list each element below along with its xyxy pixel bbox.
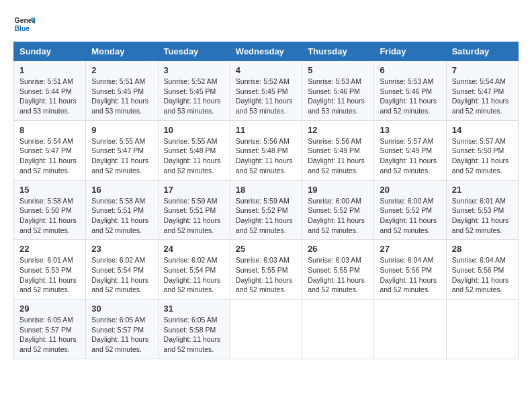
day-number: 24 xyxy=(164,244,224,254)
day-number: 10 xyxy=(164,125,224,135)
day-info: Sunrise: 5:58 AMSunset: 5:51 PMDaylight:… xyxy=(91,196,152,236)
calendar-cell: 17 Sunrise: 5:59 AMSunset: 5:51 PMDaylig… xyxy=(158,180,230,240)
day-info: Sunrise: 6:00 AMSunset: 5:52 PMDaylight:… xyxy=(380,196,440,236)
day-number: 9 xyxy=(91,125,152,135)
calendar-cell: 21 Sunrise: 6:01 AMSunset: 5:53 PMDaylig… xyxy=(446,180,518,240)
calendar-week-row: 22 Sunrise: 6:01 AMSunset: 5:53 PMDaylig… xyxy=(14,240,519,300)
calendar-cell: 13 Sunrise: 5:57 AMSunset: 5:49 PMDaylig… xyxy=(374,120,446,180)
logo: General Blue xyxy=(13,13,35,35)
calendar-header-row: SundayMondayTuesdayWednesdayThursdayFrid… xyxy=(14,42,519,61)
day-info: Sunrise: 5:53 AMSunset: 5:46 PMDaylight:… xyxy=(308,77,368,116)
day-number: 25 xyxy=(236,244,296,254)
calendar-cell: 24 Sunrise: 6:02 AMSunset: 5:54 PMDaylig… xyxy=(158,240,230,300)
calendar-cell: 12 Sunrise: 5:56 AMSunset: 5:49 PMDaylig… xyxy=(302,120,374,180)
calendar-cell: 31 Sunrise: 6:05 AMSunset: 5:58 PMDaylig… xyxy=(158,300,230,359)
day-number: 16 xyxy=(91,185,152,195)
day-number: 13 xyxy=(380,125,440,135)
calendar-cell: 4 Sunrise: 5:52 AMSunset: 5:45 PMDayligh… xyxy=(230,61,302,121)
calendar-cell: 5 Sunrise: 5:53 AMSunset: 5:46 PMDayligh… xyxy=(302,61,374,121)
day-info: Sunrise: 5:55 AMSunset: 5:47 PMDaylight:… xyxy=(91,136,152,176)
day-info: Sunrise: 6:00 AMSunset: 5:52 PMDaylight:… xyxy=(308,196,368,236)
calendar-cell xyxy=(446,300,518,359)
day-info: Sunrise: 6:05 AMSunset: 5:57 PMDaylight:… xyxy=(19,315,80,355)
header-sunday: Sunday xyxy=(14,42,86,61)
calendar-cell: 2 Sunrise: 5:51 AMSunset: 5:45 PMDayligh… xyxy=(86,61,158,121)
day-number: 14 xyxy=(452,125,513,135)
calendar-week-row: 1 Sunrise: 5:51 AMSunset: 5:44 PMDayligh… xyxy=(14,61,519,121)
day-info: Sunrise: 6:05 AMSunset: 5:57 PMDaylight:… xyxy=(91,315,152,355)
day-info: Sunrise: 5:51 AMSunset: 5:44 PMDaylight:… xyxy=(19,77,80,116)
day-info: Sunrise: 5:54 AMSunset: 5:47 PMDaylight:… xyxy=(19,136,80,176)
day-number: 6 xyxy=(380,65,440,75)
calendar-cell xyxy=(230,300,302,359)
day-number: 11 xyxy=(236,125,296,135)
day-number: 23 xyxy=(91,244,152,254)
day-number: 27 xyxy=(380,244,440,254)
calendar-cell: 16 Sunrise: 5:58 AMSunset: 5:51 PMDaylig… xyxy=(86,180,158,240)
calendar-cell: 7 Sunrise: 5:54 AMSunset: 5:47 PMDayligh… xyxy=(446,61,518,121)
day-info: Sunrise: 6:04 AMSunset: 5:56 PMDaylight:… xyxy=(380,255,440,295)
calendar-week-row: 29 Sunrise: 6:05 AMSunset: 5:57 PMDaylig… xyxy=(14,300,519,359)
day-number: 18 xyxy=(236,185,296,195)
day-number: 20 xyxy=(380,185,440,195)
day-info: Sunrise: 5:58 AMSunset: 5:50 PMDaylight:… xyxy=(19,196,80,236)
calendar-cell: 15 Sunrise: 5:58 AMSunset: 5:50 PMDaylig… xyxy=(14,180,86,240)
day-number: 7 xyxy=(452,65,513,75)
calendar-cell xyxy=(374,300,446,359)
day-number: 26 xyxy=(308,244,368,254)
day-number: 15 xyxy=(19,185,80,195)
day-number: 3 xyxy=(164,65,224,75)
calendar-cell: 18 Sunrise: 5:59 AMSunset: 5:52 PMDaylig… xyxy=(230,180,302,240)
day-info: Sunrise: 5:57 AMSunset: 5:50 PMDaylight:… xyxy=(452,136,513,176)
day-info: Sunrise: 5:59 AMSunset: 5:51 PMDaylight:… xyxy=(164,196,224,236)
day-number: 4 xyxy=(236,65,296,75)
calendar-cell: 23 Sunrise: 6:02 AMSunset: 5:54 PMDaylig… xyxy=(86,240,158,300)
day-info: Sunrise: 6:03 AMSunset: 5:55 PMDaylight:… xyxy=(236,255,296,295)
day-info: Sunrise: 6:01 AMSunset: 5:53 PMDaylight:… xyxy=(452,196,513,236)
calendar-cell: 27 Sunrise: 6:04 AMSunset: 5:56 PMDaylig… xyxy=(374,240,446,300)
calendar-cell: 26 Sunrise: 6:03 AMSunset: 5:55 PMDaylig… xyxy=(302,240,374,300)
day-info: Sunrise: 5:56 AMSunset: 5:49 PMDaylight:… xyxy=(308,136,368,176)
calendar-table: SundayMondayTuesdayWednesdayThursdayFrid… xyxy=(13,42,519,359)
header: General Blue xyxy=(13,13,519,35)
svg-text:Blue: Blue xyxy=(15,25,30,32)
calendar-cell: 14 Sunrise: 5:57 AMSunset: 5:50 PMDaylig… xyxy=(446,120,518,180)
calendar-cell: 3 Sunrise: 5:52 AMSunset: 5:45 PMDayligh… xyxy=(158,61,230,121)
calendar-cell: 19 Sunrise: 6:00 AMSunset: 5:52 PMDaylig… xyxy=(302,180,374,240)
calendar-cell: 11 Sunrise: 5:56 AMSunset: 5:48 PMDaylig… xyxy=(230,120,302,180)
calendar-cell: 22 Sunrise: 6:01 AMSunset: 5:53 PMDaylig… xyxy=(14,240,86,300)
day-number: 8 xyxy=(19,125,80,135)
day-info: Sunrise: 6:02 AMSunset: 5:54 PMDaylight:… xyxy=(164,255,224,295)
calendar-cell: 28 Sunrise: 6:04 AMSunset: 5:56 PMDaylig… xyxy=(446,240,518,300)
header-thursday: Thursday xyxy=(302,42,374,61)
calendar-cell: 6 Sunrise: 5:53 AMSunset: 5:46 PMDayligh… xyxy=(374,61,446,121)
day-number: 17 xyxy=(164,185,224,195)
calendar-cell: 25 Sunrise: 6:03 AMSunset: 5:55 PMDaylig… xyxy=(230,240,302,300)
day-info: Sunrise: 5:59 AMSunset: 5:52 PMDaylight:… xyxy=(236,196,296,236)
day-info: Sunrise: 6:01 AMSunset: 5:53 PMDaylight:… xyxy=(19,255,80,295)
day-number: 22 xyxy=(19,244,80,254)
day-info: Sunrise: 5:53 AMSunset: 5:46 PMDaylight:… xyxy=(380,77,440,116)
day-info: Sunrise: 5:54 AMSunset: 5:47 PMDaylight:… xyxy=(452,77,513,116)
header-wednesday: Wednesday xyxy=(230,42,302,61)
day-info: Sunrise: 5:51 AMSunset: 5:45 PMDaylight:… xyxy=(91,77,152,116)
day-info: Sunrise: 6:04 AMSunset: 5:56 PMDaylight:… xyxy=(452,255,513,295)
header-friday: Friday xyxy=(374,42,446,61)
calendar-cell xyxy=(302,300,374,359)
day-info: Sunrise: 5:56 AMSunset: 5:48 PMDaylight:… xyxy=(236,136,296,176)
header-monday: Monday xyxy=(86,42,158,61)
header-tuesday: Tuesday xyxy=(158,42,230,61)
day-info: Sunrise: 5:52 AMSunset: 5:45 PMDaylight:… xyxy=(236,77,296,116)
header-saturday: Saturday xyxy=(446,42,518,61)
calendar-cell: 1 Sunrise: 5:51 AMSunset: 5:44 PMDayligh… xyxy=(14,61,86,121)
day-number: 2 xyxy=(91,65,152,75)
day-info: Sunrise: 6:02 AMSunset: 5:54 PMDaylight:… xyxy=(91,255,152,295)
day-number: 28 xyxy=(452,244,513,254)
day-info: Sunrise: 5:57 AMSunset: 5:49 PMDaylight:… xyxy=(380,136,440,176)
calendar-week-row: 15 Sunrise: 5:58 AMSunset: 5:50 PMDaylig… xyxy=(14,180,519,240)
day-number: 30 xyxy=(91,304,152,314)
day-info: Sunrise: 6:05 AMSunset: 5:58 PMDaylight:… xyxy=(164,315,224,355)
calendar-cell: 30 Sunrise: 6:05 AMSunset: 5:57 PMDaylig… xyxy=(86,300,158,359)
day-info: Sunrise: 6:03 AMSunset: 5:55 PMDaylight:… xyxy=(308,255,368,295)
day-number: 19 xyxy=(308,185,368,195)
